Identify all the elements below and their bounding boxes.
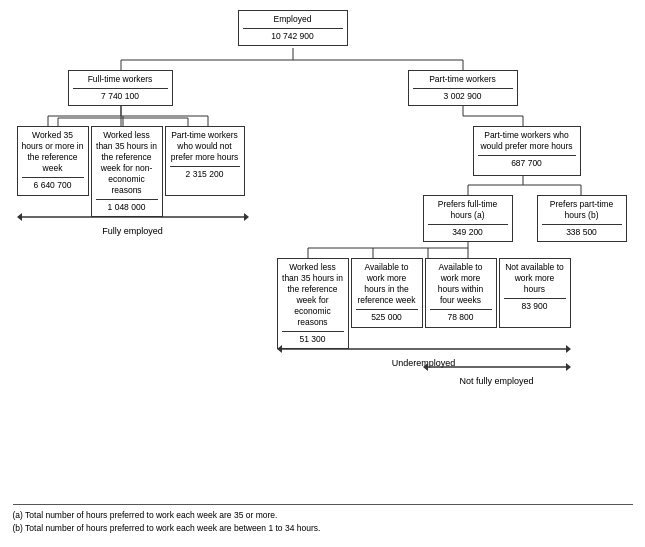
- avail-four-weeks-node: Available to work more hours within four…: [425, 258, 497, 328]
- parttime-node: Part-time workers 3 002 900: [408, 70, 518, 106]
- worked35-node: Worked 35 hours or more in the reference…: [17, 126, 89, 196]
- employed-label: Employed: [274, 14, 312, 24]
- svg-marker-34: [566, 345, 571, 353]
- parttime-label: Part-time workers: [429, 74, 496, 84]
- prefer-more-value: 687 700: [478, 155, 576, 169]
- footnotes: (a) Total number of hours preferred to w…: [13, 504, 633, 535]
- pref-parttime-label: Prefers part-time hours (b): [550, 199, 613, 220]
- not-fully-employed-arrow-svg: [423, 358, 571, 376]
- not-fully-employed-arrow: Not fully employed: [423, 358, 571, 386]
- worked-less35-econ-label: Worked less than 35 hours in the referen…: [282, 262, 343, 327]
- worked-less35-nonecon-node: Worked less than 35 hours in the referen…: [91, 126, 163, 217]
- not-avail-value: 83 900: [504, 298, 566, 312]
- svg-marker-30: [17, 213, 22, 221]
- svg-marker-31: [244, 213, 249, 221]
- avail-ref-week-node: Available to work more hours in the refe…: [351, 258, 423, 328]
- pref-parttime-node: Prefers part-time hours (b) 338 500: [537, 195, 627, 242]
- footnote-b: (b) Total number of hours preferred to w…: [13, 522, 633, 535]
- fully-employed-arrow-svg: [17, 208, 249, 226]
- worked35-value: 6 640 700: [22, 177, 84, 191]
- svg-marker-36: [423, 363, 428, 371]
- fulltime-label: Full-time workers: [88, 74, 153, 84]
- avail-ref-week-value: 525 000: [356, 309, 418, 323]
- fulltime-node: Full-time workers 7 740 100: [68, 70, 173, 106]
- fully-employed-label: Fully employed: [17, 226, 249, 236]
- pref-fulltime-label: Prefers full-time hours (a): [438, 199, 498, 220]
- employed-value: 10 742 900: [243, 28, 343, 42]
- pt-not-prefer-label: Part-time workers who would not prefer m…: [171, 130, 239, 162]
- employed-node: Employed 10 742 900: [238, 10, 348, 46]
- pref-parttime-value: 338 500: [542, 224, 622, 238]
- worked-less35-nonecon-label: Worked less than 35 hours in the referen…: [96, 130, 157, 195]
- worked-less35-econ-node: Worked less than 35 hours in the referen…: [277, 258, 349, 349]
- pref-fulltime-node: Prefers full-time hours (a) 349 200: [423, 195, 513, 242]
- prefer-more-node: Part-time workers who would prefer more …: [473, 126, 581, 176]
- footnote-a: (a) Total number of hours preferred to w…: [13, 509, 633, 522]
- fulltime-value: 7 740 100: [73, 88, 168, 102]
- worked35-label: Worked 35 hours or more in the reference…: [22, 130, 84, 173]
- avail-four-weeks-label: Available to work more hours within four…: [438, 262, 483, 305]
- not-avail-label: Not available to work more hours: [505, 262, 564, 294]
- diagram: Employed 10 742 900 Full-time workers 7 …: [13, 10, 633, 535]
- avail-ref-week-label: Available to work more hours in the refe…: [357, 262, 415, 305]
- chart: Employed 10 742 900 Full-time workers 7 …: [13, 10, 633, 500]
- parttime-value: 3 002 900: [413, 88, 513, 102]
- pt-not-prefer-value: 2 315 200: [170, 166, 240, 180]
- not-fully-employed-label: Not fully employed: [423, 376, 571, 386]
- fully-employed-arrow: Fully employed: [17, 208, 249, 236]
- pt-not-prefer-node: Part-time workers who would not prefer m…: [165, 126, 245, 196]
- avail-four-weeks-value: 78 800: [430, 309, 492, 323]
- not-avail-node: Not available to work more hours 83 900: [499, 258, 571, 328]
- pref-fulltime-value: 349 200: [428, 224, 508, 238]
- svg-marker-37: [566, 363, 571, 371]
- prefer-more-label: Part-time workers who would prefer more …: [480, 130, 572, 151]
- svg-marker-33: [277, 345, 282, 353]
- underemployed-arrow-svg: [277, 340, 571, 358]
